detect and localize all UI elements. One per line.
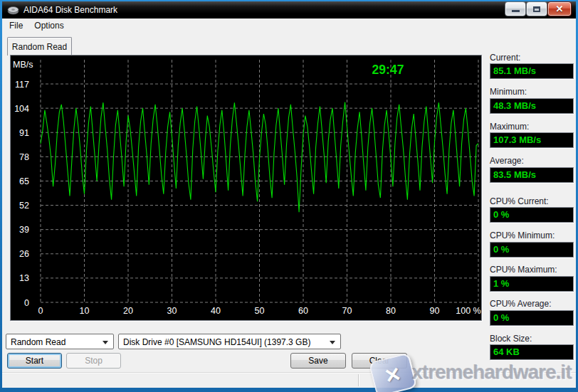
svg-text:117: 117 bbox=[15, 80, 29, 90]
tab-random-read[interactable]: Random Read bbox=[7, 37, 72, 55]
stop-button[interactable]: Stop bbox=[66, 353, 121, 369]
save-button[interactable]: Save bbox=[290, 353, 346, 369]
stat-label-cpu-current: CPU% Current: bbox=[490, 196, 549, 206]
app-window: AIDA64 Disk Benchmark ✕ File Options Ran… bbox=[0, 0, 578, 392]
svg-text:65: 65 bbox=[19, 176, 29, 186]
svg-text:91: 91 bbox=[19, 128, 29, 138]
disk-drive-select[interactable]: Disk Drive #0 [SAMSUNG HD154UI] (1397.3 … bbox=[118, 334, 341, 349]
benchmark-chart-svg: 117104917865523926130MB/s010203040506070… bbox=[11, 55, 481, 320]
stat-value-minimum: 48.3 MB/s bbox=[490, 98, 574, 114]
stat-value-cpu-average: 0 % bbox=[490, 310, 574, 326]
svg-text:60: 60 bbox=[298, 306, 308, 316]
svg-text:30: 30 bbox=[167, 306, 177, 316]
stat-label-cpu-maximum: CPU% Maximum: bbox=[490, 265, 557, 275]
svg-text:78: 78 bbox=[19, 152, 29, 162]
stat-value-maximum: 107.3 MB/s bbox=[490, 132, 574, 148]
stat-value-cpu-minimum: 0 % bbox=[490, 242, 574, 258]
stat-label-minimum: Minimum: bbox=[490, 87, 527, 97]
svg-text:26: 26 bbox=[19, 249, 29, 259]
stat-label-cpu-minimum: CPU% Minimum: bbox=[490, 231, 555, 240]
svg-text:13: 13 bbox=[19, 273, 29, 283]
status-bar bbox=[2, 372, 576, 388]
benchmark-type-select[interactable]: Random Read bbox=[6, 334, 114, 349]
menu-bar: File Options bbox=[2, 18, 577, 33]
stat-label-average: Average: bbox=[490, 156, 524, 166]
chevron-down-icon bbox=[330, 341, 335, 344]
svg-text:50: 50 bbox=[255, 306, 265, 316]
window-title: AIDA64 Disk Benchmark bbox=[23, 5, 117, 15]
svg-text:29:47: 29:47 bbox=[372, 63, 404, 77]
clear-button[interactable]: Clear bbox=[352, 353, 407, 369]
stat-value-cpu-maximum: 1 % bbox=[490, 276, 574, 292]
disk-icon bbox=[7, 6, 19, 15]
chevron-down-icon bbox=[103, 341, 108, 344]
svg-text:52: 52 bbox=[19, 201, 29, 211]
stat-label-block-size: Block Size: bbox=[490, 334, 532, 344]
maximize-button[interactable] bbox=[526, 1, 547, 16]
svg-text:100 %: 100 % bbox=[456, 306, 480, 316]
svg-text:0: 0 bbox=[24, 298, 29, 308]
menu-options[interactable]: Options bbox=[28, 18, 69, 33]
status-bar-divider bbox=[358, 374, 359, 386]
stat-label-current: Current: bbox=[490, 53, 520, 63]
app-body: File Options Random Read 117104917865523… bbox=[2, 18, 576, 387]
start-button[interactable]: Start bbox=[7, 353, 62, 369]
benchmark-chart: 117104917865523926130MB/s010203040506070… bbox=[10, 55, 482, 321]
svg-text:90: 90 bbox=[430, 306, 440, 316]
maximize-icon bbox=[533, 6, 540, 12]
menu-file[interactable]: File bbox=[4, 18, 28, 33]
svg-text:104: 104 bbox=[14, 104, 29, 114]
svg-text:20: 20 bbox=[123, 306, 133, 316]
stat-value-cpu-current: 0 % bbox=[490, 207, 574, 223]
svg-text:80: 80 bbox=[386, 306, 396, 316]
svg-text:39: 39 bbox=[19, 225, 29, 235]
svg-text:70: 70 bbox=[342, 306, 352, 316]
stat-value-block-size: 64 KB bbox=[490, 344, 574, 360]
disk-drive-value: Disk Drive #0 [SAMSUNG HD154UI] (1397.3 … bbox=[123, 337, 310, 347]
benchmark-type-value: Random Read bbox=[11, 337, 65, 347]
close-icon: ✕ bbox=[556, 4, 564, 14]
svg-text:40: 40 bbox=[211, 306, 221, 316]
minimize-button[interactable] bbox=[505, 1, 526, 16]
svg-text:0: 0 bbox=[38, 306, 43, 316]
svg-text:10: 10 bbox=[80, 306, 90, 316]
stat-value-average: 83.5 MB/s bbox=[490, 167, 574, 183]
stat-value-current: 85.1 MB/s bbox=[490, 63, 574, 79]
close-button[interactable]: ✕ bbox=[547, 1, 572, 16]
svg-text:MB/s: MB/s bbox=[13, 60, 33, 70]
minimize-icon bbox=[512, 10, 520, 12]
stat-label-cpu-average: CPU% Average: bbox=[490, 299, 552, 309]
stat-label-maximum: Maximum: bbox=[490, 122, 529, 132]
title-bar: AIDA64 Disk Benchmark bbox=[2, 1, 576, 18]
